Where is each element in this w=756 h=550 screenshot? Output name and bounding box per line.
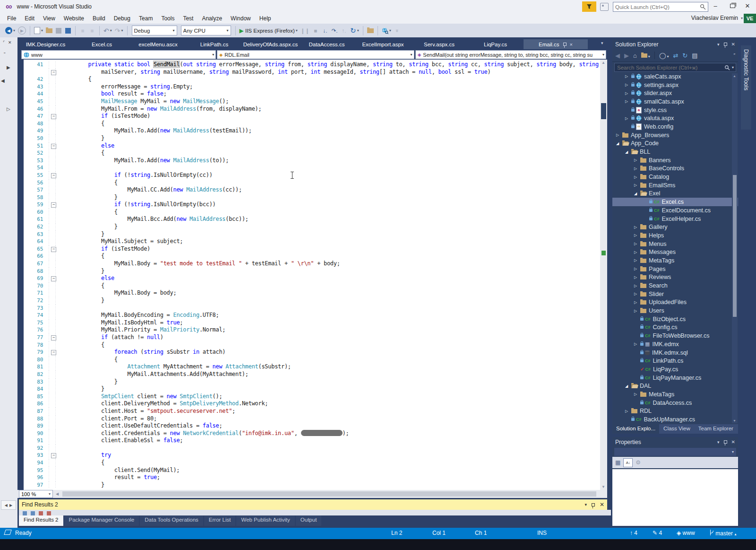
close-icon[interactable]: ✕ <box>600 501 604 508</box>
code-line[interactable]: 70 { <box>17 282 600 290</box>
expander-collapsed-icon[interactable]: ▷ <box>634 275 640 279</box>
tree-item-app-code[interactable]: ◢App_Code <box>612 140 738 148</box>
tree-item-bizobject-cs[interactable]: C#BizObject.cs <box>612 315 738 323</box>
menu-item-tools[interactable]: Tools <box>157 14 179 23</box>
expander-collapsed-icon[interactable]: ▷ <box>634 225 640 229</box>
code-line[interactable]: 64 MyMail.Subject = subject; <box>17 238 600 245</box>
forward-icon[interactable]: ▶ <box>624 52 629 59</box>
expander-collapsed-icon[interactable]: ▷ <box>634 258 640 262</box>
window-position-dropdown-icon[interactable]: ▾ <box>717 42 720 47</box>
code-line[interactable]: 87 client.Host = "smtpout.secureserver.n… <box>17 408 600 415</box>
tree-item-slider[interactable]: ▷Slider <box>612 290 738 298</box>
avatar[interactable]: VE <box>744 14 756 23</box>
code-line[interactable]: 54 <box>17 164 600 172</box>
expander-collapsed-icon[interactable]: ▷ <box>625 116 631 121</box>
fold-collapse-icon[interactable]: − <box>51 276 56 281</box>
tab-excelmenu-ascx[interactable]: excelMenu.ascx <box>130 39 186 49</box>
tree-item-metatags[interactable]: ▷MetaTags <box>612 390 738 399</box>
incoming-commits-button[interactable]: ↑ 4 <box>630 530 637 536</box>
toolbar-overflow-icon[interactable]: » <box>393 27 402 34</box>
expander-collapsed-icon[interactable]: ▷ <box>616 133 622 137</box>
tree-item-settings-aspx[interactable]: ▷settings.aspx <box>612 81 738 89</box>
code-line[interactable]: 77− if (attach != null) <box>17 334 600 341</box>
repository-button[interactable]: ◈ www <box>677 530 695 536</box>
horizontal-scrollbar-thumb[interactable] <box>62 491 596 497</box>
code-line[interactable]: 97 } <box>17 481 600 489</box>
undo-button[interactable]: ↶▾ <box>103 26 112 35</box>
tree-item-web-config[interactable]: ‹›Web.config <box>612 122 738 131</box>
find-in-files-button[interactable] <box>367 26 374 35</box>
code-line[interactable]: 66 { <box>17 253 600 260</box>
properties-grid[interactable] <box>612 469 738 526</box>
tab-excel-cs[interactable]: Excel.cs <box>74 39 130 49</box>
code-line[interactable]: 69− else <box>17 275 600 282</box>
refresh-button[interactable]: ↻▾ <box>350 26 359 35</box>
scroll-up-icon[interactable]: ▲ <box>733 74 736 78</box>
window-position-dropdown-icon[interactable]: ▾ <box>584 502 587 507</box>
expander-collapsed-icon[interactable]: ▷ <box>634 267 640 271</box>
code-line[interactable]: 74 MyMail.BodyEncoding = Encoding.UTF8; <box>17 312 600 319</box>
user-menu[interactable]: Viacheslav Eremin ▾ <box>691 15 743 21</box>
code-line[interactable]: 86 client.DeliveryMethod = SmtpDeliveryM… <box>17 400 600 408</box>
scroll-down-icon[interactable]: ▼ <box>733 419 736 422</box>
tree-item-messages[interactable]: ▷Messages <box>612 248 738 256</box>
tree-item-bll[interactable]: ◢BLL <box>612 148 738 156</box>
tree-item-liqpaymanager-cs[interactable]: C#LiqPayManager.cs <box>612 374 738 382</box>
solution-explorer-search-box[interactable]: ▾ <box>614 63 736 72</box>
expander-collapsed-icon[interactable]: ▷ <box>634 284 640 288</box>
panel-tab-package-manager-console[interactable]: Package Manager Console <box>64 515 139 526</box>
code-line[interactable]: 55− if (!string.IsNullOrEmpty(cc)) <box>17 172 600 179</box>
start-debugging-button[interactable]: ▶ IIS Express (Firefox)▾ <box>240 26 298 35</box>
properties-title-bar[interactable]: Properties ▾ ✕ <box>612 437 738 447</box>
find-results-title-bar[interactable]: Find Results 2 ▾ ✕ <box>19 499 607 510</box>
tree-item-emailsms[interactable]: ▷EmailSms <box>612 181 738 190</box>
tree-item-linkpath-cs[interactable]: C#LinkPath.cs <box>612 357 738 365</box>
expander-collapsed-icon[interactable]: ▷ <box>634 233 640 237</box>
panel-tab-error-list[interactable]: Error List <box>204 515 236 526</box>
stop-search-icon[interactable] <box>47 511 51 515</box>
close-icon[interactable]: ✕ <box>731 439 735 445</box>
pending-edits-button[interactable]: ✎ 4 <box>653 530 662 536</box>
navigate-backward-button[interactable]: ◀▾ <box>5 26 15 35</box>
close-icon[interactable]: ✕ <box>731 42 735 47</box>
menu-item-build[interactable]: Build <box>88 14 110 23</box>
tree-item-config-cs[interactable]: C#Config.cs <box>612 323 738 332</box>
window-position-dropdown-icon[interactable]: ▾ <box>717 440 720 445</box>
expander-expanded-icon[interactable]: ◢ <box>625 150 631 154</box>
expander-collapsed-icon[interactable]: ▷ <box>634 309 640 313</box>
properties-object-dropdown[interactable]: ▾ <box>614 448 736 456</box>
code-line[interactable]: 91 client.EnableSsl = false; <box>17 437 600 445</box>
tree-item-dataaccess-cs[interactable]: C#DataAccess.cs <box>612 399 738 407</box>
tree-item-uploadedfiles[interactable]: ▷UploadedFiles <box>612 298 738 307</box>
pin-icon[interactable] <box>563 43 567 46</box>
menu-item-window[interactable]: Window <box>226 14 255 23</box>
close-pane-icon[interactable]: ✕ <box>8 40 12 45</box>
menu-item-website[interactable]: Website <box>60 14 88 23</box>
close-icon[interactable]: × <box>570 42 573 47</box>
code-line[interactable]: 41 private static bool SendMail(out stri… <box>17 61 600 69</box>
code-line[interactable]: 88 client.Port = 80; <box>17 415 600 423</box>
pin-icon[interactable] <box>724 43 727 46</box>
fold-collapse-icon[interactable]: − <box>51 114 56 119</box>
window-split-icon[interactable]: ⌜ <box>3 40 5 45</box>
tree-item-search[interactable]: ▷Search <box>612 281 738 290</box>
code-line[interactable]: 53 MyMail.To.Add(new MailAddress(to)); <box>17 157 600 165</box>
fold-collapse-icon[interactable]: − <box>51 173 56 178</box>
code-editor[interactable]: 41 private static bool SendMail(out stri… <box>17 60 600 490</box>
restore-button[interactable] <box>726 0 739 11</box>
expander-collapsed-icon[interactable]: ▷ <box>634 166 640 171</box>
comment-button[interactable]: ≡ <box>79 26 86 35</box>
status-column[interactable]: Col 1 <box>432 530 446 536</box>
tree-item-slider-aspx[interactable]: ▷slider.aspx <box>612 89 738 97</box>
code-line[interactable]: 95 client.Send(MyMail); <box>17 467 600 474</box>
code-line[interactable]: 56 { <box>17 179 600 187</box>
switch-views-icon[interactable]: ⇄ <box>673 52 678 59</box>
pin-icon[interactable] <box>592 503 595 506</box>
code-line[interactable]: 57 MyMail.CC.Add(new MailAddress(cc)); <box>17 186 600 194</box>
code-line[interactable]: 47− if (isTestMode) <box>17 113 600 120</box>
expand-right-icon[interactable]: ▷ <box>7 106 10 112</box>
tool-tab-team-explorer[interactable]: Team Explorer <box>695 424 737 434</box>
code-line[interactable]: 81 Attachment MyAttachment = new Attachm… <box>17 363 600 371</box>
tree-item-style-css[interactable]: astyle.css <box>612 106 738 114</box>
panel-tab-data-tools-operations[interactable]: Data Tools Operations <box>140 515 203 526</box>
